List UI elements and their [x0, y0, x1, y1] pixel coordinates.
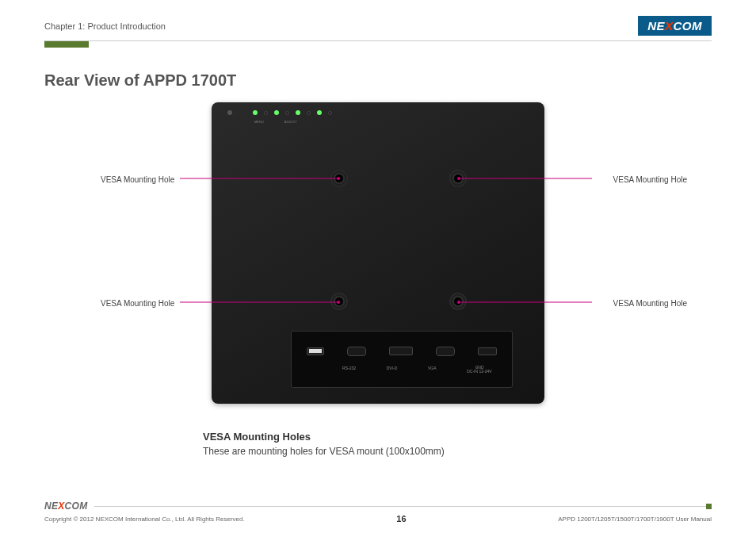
led-icon [253, 110, 258, 115]
vesa-hole-icon [449, 170, 467, 187]
btn-icon [328, 111, 332, 115]
vga-port-icon [436, 347, 455, 356]
top-controls [227, 110, 332, 115]
page-number: 16 [396, 514, 406, 523]
brand-post: COM [674, 19, 703, 33]
io-label: DVI-D [387, 366, 398, 374]
btn-icon [264, 111, 268, 115]
btn-icon [307, 111, 311, 115]
vesa-hole-icon [330, 293, 348, 310]
callout-label: VESA Mounting Hole [613, 175, 687, 184]
figure: MENU ADJUST RS-232 DVI-D VG [101, 102, 655, 420]
brand-x: X [58, 500, 64, 512]
btn-icon [285, 111, 289, 115]
vesa-hole-icon [449, 293, 467, 310]
brand-logo: NEXCOM [638, 16, 712, 36]
power-led-icon [227, 110, 232, 115]
callout-label: VESA Mounting Hole [613, 299, 687, 308]
usb-port-icon [307, 347, 324, 355]
desc-text: These are mounting holes for VESA mount … [203, 446, 712, 457]
io-label: GND DC-IN 12-24V [467, 366, 491, 374]
footer-logo: NEXCOM [44, 500, 88, 512]
vesa-hole-icon [330, 170, 348, 187]
brand-post: COM [65, 500, 88, 512]
callout-label: VESA Mounting Hole [101, 299, 174, 308]
dvi-port-icon [389, 347, 413, 355]
footer: NEXCOM Copyright © 2012 NEXCOM Internati… [44, 500, 712, 523]
led-icon [317, 110, 322, 115]
led-icon [296, 110, 300, 115]
page-title: Rear View of APPD 1700T [44, 71, 712, 90]
callout-label: VESA Mounting Hole [101, 175, 174, 184]
ctrl-label: ADJUST [284, 120, 297, 124]
led-icon [274, 110, 279, 115]
power-connector-icon [478, 347, 497, 355]
device-rear-panel: MENU ADJUST RS-232 DVI-D VG [212, 102, 544, 404]
brand-x: X [664, 19, 674, 33]
ctrl-label: MENU [254, 120, 264, 124]
brand-pre: NE [44, 500, 58, 512]
description: VESA Mounting Holes These are mounting h… [203, 431, 712, 457]
brand-pre: NE [647, 19, 665, 33]
io-label: VGA [428, 366, 437, 374]
doc-title: APPD 1200T/1205T/1500T/1700T/1900T User … [558, 516, 712, 523]
chapter-label: Chapter 1: Product Introduction [44, 21, 166, 31]
footer-rule-line [94, 506, 712, 507]
io-label: RS-232 [342, 366, 356, 374]
io-panel: RS-232 DVI-D VGA GND DC-IN 12-24V [291, 331, 513, 388]
rs232-port-icon [347, 347, 366, 356]
desc-heading: VESA Mounting Holes [203, 431, 712, 443]
copyright: Copyright © 2012 NEXCOM International Co… [44, 516, 245, 523]
accent-bar [44, 41, 89, 48]
